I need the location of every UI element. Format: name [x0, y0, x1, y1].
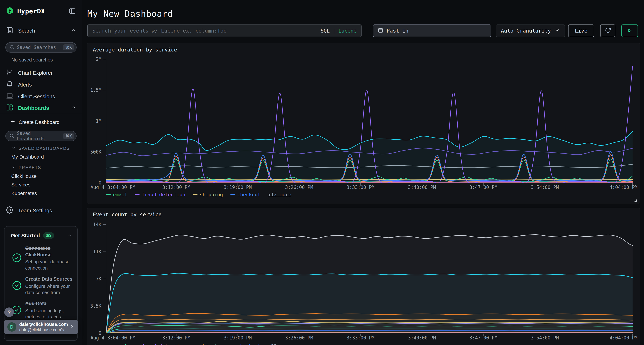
x-axis-tick-label: Aug 4 3:04:00 PM [90, 335, 135, 341]
legend-label: email [113, 344, 127, 345]
sidebar-item-team-settings[interactable]: Team Settings [6, 206, 76, 215]
x-axis-tick-label: 3:40:00 PM [408, 335, 436, 341]
event-search-input[interactable]: Search your events w/ Lucene ex. column:… [87, 24, 362, 37]
avatar: D [7, 322, 16, 332]
query-language-toggle: SQL | Lucene [320, 28, 356, 34]
sidebar-item-chart-explorer[interactable]: Chart Explorer [6, 68, 76, 78]
sidebar-item-clickhouse[interactable]: ClickHouse [11, 173, 37, 179]
legend-item-email[interactable]: email [106, 344, 127, 345]
sql-toggle[interactable]: SQL [320, 28, 330, 34]
saved-dashboards-input[interactable]: Saved Dashboards ⌘K [5, 131, 76, 141]
get-started-title: Get Started [11, 233, 40, 239]
check-circle-icon [12, 281, 22, 291]
dashboards-grid-icon [6, 104, 14, 112]
chart-panel-avg-duration[interactable]: Average duration by service 0500K1M1.5M2… [87, 43, 640, 204]
logo[interactable]: HyperDX [6, 6, 45, 16]
sidebar-item-alerts[interactable]: Alerts [6, 80, 76, 89]
granularity-value: Auto Granularity [501, 28, 551, 34]
legend-more-toggle[interactable]: +12 more [268, 192, 291, 197]
sidebar-collapse-icon[interactable] [69, 7, 76, 15]
get-started-progress-badge: 3/3 [43, 232, 54, 239]
x-axis-tick-label: 3:54:00 PM [531, 185, 559, 190]
sidebar-item-kubernetes[interactable]: Kubernetes [11, 191, 37, 196]
legend-label: email [113, 192, 127, 197]
legend-item-checkout[interactable]: checkout [230, 344, 260, 345]
legend-label: fraud-detection [142, 192, 185, 197]
granularity-select[interactable]: Auto Granularity [496, 24, 565, 37]
laptop-icon [6, 92, 14, 101]
legend-label: shipping [200, 344, 223, 345]
series-area [106, 235, 632, 333]
chevron-up-icon[interactable] [71, 27, 76, 34]
search-placeholder: Search your events w/ Lucene ex. column:… [92, 28, 227, 34]
get-started-item-title: Connect to ClickHouse [25, 246, 52, 257]
get-started-item-description: Start sending logs, metrics, or traces [25, 308, 73, 320]
sidebar-item-my-dashboard[interactable]: My Dashboard [11, 154, 44, 160]
x-axis-tick-label: 3:12:00 PM [162, 185, 190, 190]
get-started-item-add-data[interactable]: Add Data Start sending logs, metrics, or… [4, 296, 77, 320]
refresh-button[interactable] [600, 24, 616, 37]
sidebar-item-search[interactable]: Search [6, 26, 76, 35]
search-icon [9, 133, 14, 139]
sidebar-item-dashboards[interactable]: Dashboards [6, 103, 76, 113]
legend-label: shipping [200, 192, 223, 197]
group-label: SAVED DASHBOARDS [18, 146, 70, 151]
calendar-icon [378, 27, 383, 34]
divider [0, 114, 82, 114]
chevron-down-icon [12, 165, 16, 171]
legend-item-fraud-detection[interactable]: fraud-detection [135, 344, 185, 345]
saved-searches-input[interactable]: Saved Searches ⌘K [5, 42, 76, 52]
sidebar-item-services[interactable]: Services [11, 182, 30, 188]
sidebar-item-label: Client Sessions [18, 93, 55, 100]
legend-item-shipping[interactable]: shipping [193, 192, 223, 197]
panel-resize-handle[interactable] [634, 200, 637, 202]
run-query-button[interactable] [622, 24, 638, 37]
x-axis-tick-label: Aug 4 3:04:00 PM [90, 185, 135, 190]
chart-legend: emailfraud-detectionshippingcheckout+12 … [106, 344, 291, 345]
create-dashboard-button[interactable]: Create Dashboard [10, 119, 60, 126]
legend-swatch [193, 194, 198, 195]
sidebar-item-client-sessions[interactable]: Client Sessions [6, 92, 76, 101]
y-axis-tick-label: 3.5K [90, 303, 102, 309]
page-title: My New Dashboard [87, 8, 173, 18]
get-started-item-sources[interactable]: Create Data Sources Configure where your… [4, 271, 77, 296]
get-started-item-connect[interactable]: Connect to ClickHouse Set up your databa… [4, 240, 77, 271]
legend-swatch [135, 194, 140, 195]
main-content: My New Dashboard Search your events w/ L… [82, 0, 644, 345]
sidebar: HyperDX Search Saved Searches ⌘K No save… [0, 0, 82, 345]
help-button[interactable]: ? [4, 308, 14, 317]
user-menu[interactable]: D dale@clickhouse.com dale@clickhouse.co… [4, 320, 78, 334]
legend-item-checkout[interactable]: checkout [230, 192, 260, 197]
chart-panel-event-count[interactable]: Event count by service 03.5K7K11K14KAug … [87, 208, 640, 345]
plus-icon [10, 119, 16, 126]
y-axis-tick-label: 500K [90, 149, 102, 155]
legend-item-email[interactable]: email [106, 192, 127, 197]
legend-label: fraud-detection [142, 344, 185, 345]
sidebar-item-label: Search [18, 28, 35, 34]
shortcut-badge: ⌘K [63, 44, 74, 50]
chevron-up-icon[interactable] [67, 233, 73, 239]
group-saved-dashboards[interactable]: SAVED DASHBOARDS [12, 145, 70, 151]
legend-swatch [230, 194, 235, 195]
y-axis-tick-label: 1M [96, 118, 102, 124]
time-range-picker[interactable]: Past 1h [373, 24, 491, 37]
live-button[interactable]: Live [568, 24, 594, 37]
chevron-up-icon[interactable] [71, 105, 76, 111]
y-axis-tick-label: 2M [96, 56, 102, 62]
legend-item-fraud-detection[interactable]: fraud-detection [135, 192, 185, 197]
group-presets[interactable]: PRESETS [12, 165, 41, 171]
saved-searches-placeholder: Saved Searches [17, 45, 56, 50]
lucene-toggle[interactable]: Lucene [338, 28, 356, 34]
get-started-header[interactable]: Get Started 3/3 [4, 227, 77, 240]
legend-item-shipping[interactable]: shipping [193, 344, 223, 345]
check-circle-icon [12, 253, 22, 263]
sidebar-item-label: Dashboards [18, 105, 49, 111]
dashboard-controls: Search your events w/ Lucene ex. column:… [87, 24, 638, 37]
legend-swatch [106, 194, 111, 195]
create-dashboard-label: Create Dashboard [18, 119, 60, 125]
x-axis-tick-label: 3:26:00 PM [285, 335, 313, 341]
y-axis-tick-label: 7K [96, 276, 102, 282]
toggle-divider: | [332, 28, 336, 34]
legend-more-toggle[interactable]: +12 more [268, 344, 291, 345]
chart-legend: emailfraud-detectionshippingcheckout+12 … [106, 192, 291, 197]
